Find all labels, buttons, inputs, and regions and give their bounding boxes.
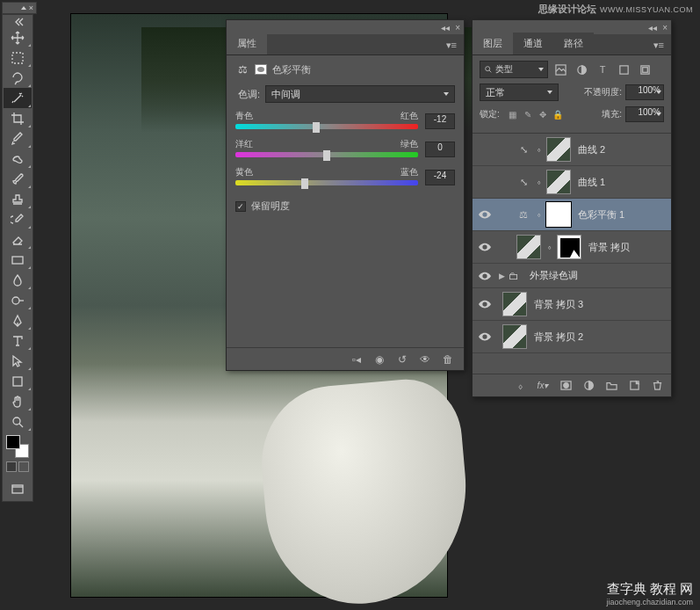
lock-pixels-icon[interactable]: ✎ — [522, 108, 534, 120]
layer-row[interactable]: ⤡ ⬨ 曲线 2 — [473, 134, 671, 166]
mask-thumbnail[interactable] — [546, 137, 571, 162]
lock-position-icon[interactable]: ✥ — [537, 108, 549, 120]
dodge-tool[interactable] — [4, 290, 32, 310]
tab-properties[interactable]: 属性 — [227, 33, 267, 54]
layer-row[interactable]: ⚖ ⬨ 色彩平衡 1 — [473, 199, 671, 231]
heal-tool[interactable] — [4, 149, 32, 169]
slider-value-input[interactable]: 0 — [425, 142, 455, 157]
filter-adjust-icon[interactable] — [573, 62, 590, 77]
panel-menu-icon[interactable]: ▾≡ — [439, 36, 464, 54]
close-icon[interactable]: × — [29, 4, 33, 12]
eyedropper-tool[interactable] — [4, 128, 32, 149]
visibility-toggle[interactable] — [473, 300, 497, 309]
history-brush-tool[interactable] — [4, 209, 32, 229]
stamp-tool[interactable] — [4, 189, 32, 209]
slider-handle[interactable] — [301, 178, 308, 189]
fill-input[interactable]: 100% — [625, 106, 664, 122]
layer-name[interactable]: 曲线 1 — [578, 176, 605, 189]
wand-tool[interactable] — [4, 88, 32, 108]
toolbox-tab[interactable]: × — [2, 2, 37, 14]
filter-type-icon[interactable]: T — [594, 62, 611, 77]
layer-name[interactable]: 色彩平衡 1 — [578, 208, 624, 221]
mask-thumbnail[interactable] — [546, 170, 571, 194]
filter-shape-icon[interactable] — [615, 62, 632, 77]
mask-thumbnail[interactable] — [557, 235, 581, 259]
color-slider[interactable] — [235, 152, 418, 157]
blend-mode-dropdown[interactable]: 正常 — [480, 84, 559, 101]
slider-handle[interactable] — [313, 122, 320, 133]
color-slider[interactable] — [235, 180, 418, 185]
collapse-icon[interactable]: ◂◂ — [441, 23, 450, 33]
blur-tool[interactable] — [4, 270, 32, 290]
slider-value-input[interactable]: -12 — [425, 113, 455, 129]
previous-icon[interactable]: ◉ — [369, 351, 390, 368]
tab-layers[interactable]: 图层 — [473, 33, 513, 54]
expand-icon[interactable]: ▶ — [499, 272, 505, 280]
slider-handle[interactable] — [323, 150, 330, 161]
reset-icon[interactable]: ↺ — [392, 351, 413, 368]
zoom-tool[interactable] — [4, 411, 32, 432]
tab-channels[interactable]: 通道 — [513, 33, 553, 54]
collapse-handle[interactable] — [4, 17, 32, 27]
path-select-tool[interactable] — [4, 351, 32, 371]
close-icon[interactable]: × — [662, 23, 668, 33]
opacity-input[interactable]: 100% — [625, 84, 664, 100]
move-tool[interactable] — [4, 27, 32, 47]
layer-row[interactable]: ⤡ ⬨ 曲线 1 — [473, 166, 671, 199]
preserve-luminosity-checkbox[interactable]: ✓ — [235, 201, 246, 212]
filter-type-dropdown[interactable]: 类型 — [480, 61, 548, 78]
pen-tool[interactable] — [4, 310, 32, 330]
layer-thumbnail[interactable] — [516, 235, 541, 259]
layer-row[interactable]: 背景 拷贝 3 — [473, 288, 671, 321]
layer-name[interactable]: 曲线 2 — [578, 143, 605, 156]
new-layer-icon[interactable] — [624, 377, 645, 395]
visibility-toggle[interactable] — [473, 272, 497, 280]
trash-icon[interactable]: 🗑 — [437, 351, 458, 368]
eraser-tool[interactable] — [4, 229, 32, 250]
group-icon[interactable] — [601, 377, 622, 395]
quick-mask-toggle[interactable] — [4, 461, 32, 477]
layer-row[interactable]: ⬨ 背景 拷贝 — [473, 231, 671, 264]
link-icon: ⬨ — [534, 208, 543, 221]
layer-thumbnail[interactable] — [502, 324, 527, 349]
visibility-icon[interactable]: 👁 — [415, 351, 436, 368]
slider-value-input[interactable]: -24 — [425, 170, 455, 185]
layer-thumbnail[interactable] — [502, 292, 527, 316]
filter-pixel-icon[interactable] — [552, 62, 569, 77]
trash-icon[interactable] — [646, 377, 668, 395]
layer-name[interactable]: 背景 拷贝 — [588, 241, 630, 254]
hand-tool[interactable] — [4, 391, 32, 411]
lock-transparency-icon[interactable]: ▦ — [507, 108, 519, 120]
shape-tool[interactable] — [4, 371, 32, 391]
crop-tool[interactable] — [4, 108, 32, 128]
close-icon[interactable]: × — [455, 23, 460, 33]
visibility-toggle[interactable] — [473, 332, 497, 341]
panel-menu-icon[interactable]: ▾≡ — [646, 36, 671, 54]
collapse-icon[interactable]: ◂◂ — [648, 23, 657, 33]
color-slider[interactable] — [235, 124, 418, 129]
tab-paths[interactable]: 路径 — [553, 33, 594, 54]
marquee-tool[interactable] — [4, 47, 32, 68]
visibility-toggle[interactable] — [473, 210, 497, 219]
fx-icon[interactable]: fx▾ — [532, 377, 553, 395]
lock-all-icon[interactable]: 🔒 — [552, 108, 564, 120]
link-layers-icon[interactable]: ⬨ — [509, 377, 530, 395]
adjustment-icon[interactable] — [578, 377, 599, 395]
tone-dropdown[interactable]: 中间调 — [265, 85, 455, 103]
layer-name[interactable]: 背景 拷贝 3 — [534, 298, 583, 311]
layer-name[interactable]: 背景 拷贝 2 — [534, 330, 583, 344]
layer-name[interactable]: 外景绿色调 — [530, 269, 578, 282]
layer-row[interactable]: ▶ 🗀 外景绿色调 — [473, 264, 671, 288]
clip-icon[interactable]: ▫◂ — [346, 351, 367, 368]
mask-icon[interactable] — [555, 377, 576, 395]
lasso-tool[interactable] — [4, 68, 32, 88]
mask-thumbnail[interactable] — [546, 202, 571, 227]
brush-tool[interactable] — [4, 169, 32, 189]
gradient-tool[interactable] — [4, 250, 32, 270]
screen-mode[interactable] — [4, 479, 32, 499]
color-swatch[interactable] — [6, 435, 29, 458]
layer-row[interactable]: 背景 拷贝 2 — [473, 321, 671, 353]
filter-smart-icon[interactable] — [636, 62, 653, 77]
visibility-toggle[interactable] — [473, 243, 497, 251]
type-tool[interactable] — [4, 330, 32, 351]
